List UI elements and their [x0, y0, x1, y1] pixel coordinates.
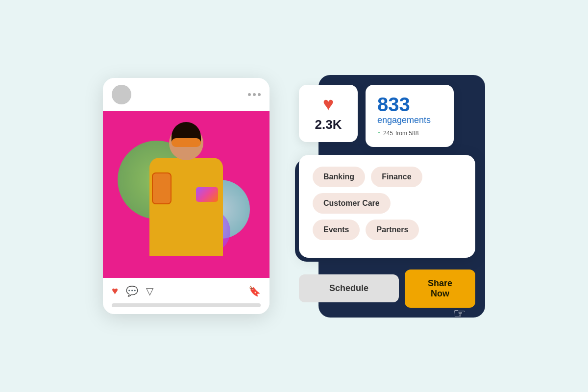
bookmark-button[interactable]: 🔖 [248, 285, 261, 297]
phone-object [152, 172, 172, 204]
dot-1 [248, 93, 251, 96]
person-body [149, 158, 223, 256]
instagram-card: ♥ 💬 ▽ 🔖 [103, 78, 270, 314]
tag-banking[interactable]: Banking [313, 167, 365, 187]
tags-row-3: Events Partners [313, 220, 462, 240]
tags-row-1: Banking Finance [313, 167, 462, 187]
right-panel-wrapper: ♥ 2.3K 833 engagements ↑ 245 from 588 [289, 75, 485, 318]
share-now-wrapper: Share Now ☞ [405, 270, 475, 308]
engagements-number: 833 [377, 95, 442, 114]
person-sunglasses [172, 138, 201, 147]
engagements-sub-from: from 588 [395, 130, 418, 137]
like-button[interactable]: ♥ [112, 285, 118, 297]
share-now-button[interactable]: Share Now [405, 270, 475, 308]
card-footer: ♥ 💬 ▽ 🔖 [103, 278, 270, 314]
credit-card-object [196, 187, 218, 202]
tags-container: Banking Finance Customer Care Events Par… [313, 167, 462, 240]
schedule-button[interactable]: Schedule [299, 274, 399, 302]
tag-partners[interactable]: Partners [366, 220, 419, 240]
tag-events[interactable]: Events [313, 220, 360, 240]
right-content: ♥ 2.3K 833 engagements ↑ 245 from 588 [299, 85, 475, 308]
filter-button[interactable]: ▽ [146, 285, 153, 297]
action-buttons-row: Schedule Share Now ☞ [299, 270, 475, 308]
engagements-card: 833 engagements ↑ 245 from 588 [366, 85, 454, 147]
card-actions: ♥ 💬 ▽ 🔖 [112, 285, 261, 297]
heart-icon: ♥ [323, 95, 334, 113]
engagements-sub-number: 245 [383, 130, 393, 137]
tags-row-2: Customer Care [313, 193, 462, 214]
stats-row: ♥ 2.3K 833 engagements ↑ 245 from 588 [299, 85, 475, 147]
dot-2 [253, 93, 256, 96]
green-arrow-icon: ↑ [377, 129, 381, 137]
person-head [169, 126, 203, 160]
comment-button[interactable]: 💬 [126, 285, 138, 297]
three-dots-menu[interactable] [248, 93, 261, 96]
tags-card: Banking Finance Customer Care Events Par… [299, 155, 475, 258]
progress-bar [112, 303, 261, 307]
likes-count: 2.3K [315, 117, 342, 132]
tag-customer-care[interactable]: Customer Care [313, 193, 391, 214]
dot-3 [258, 93, 261, 96]
tags-section: Banking Finance Customer Care Events Par… [299, 155, 475, 258]
cursor-hand-icon: ☞ [453, 305, 466, 321]
main-scene: ♥ 💬 ▽ 🔖 ♥ 2.3K 833 engagements [103, 75, 485, 318]
avatar [112, 85, 131, 104]
person-figure [137, 121, 235, 278]
card-image [103, 111, 270, 278]
engagements-sub: ↑ 245 from 588 [377, 129, 442, 137]
card-header [103, 78, 270, 111]
likes-card: ♥ 2.3K [299, 85, 358, 142]
engagements-label: engagements [377, 115, 442, 125]
tag-finance[interactable]: Finance [371, 167, 422, 187]
